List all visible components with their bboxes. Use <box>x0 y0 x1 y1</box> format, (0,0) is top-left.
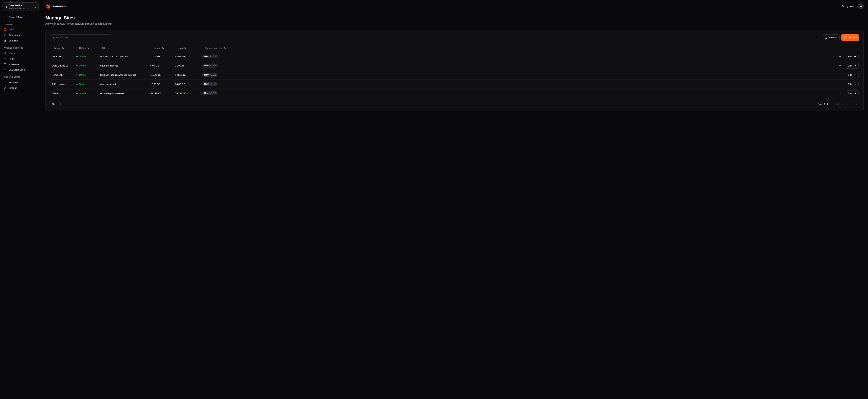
row-menu-button[interactable] <box>838 63 843 68</box>
page-size-select[interactable]: 20 <box>50 101 61 107</box>
edit-label: Edit <box>848 83 852 85</box>
arrow-right-icon <box>854 73 856 76</box>
edit-button[interactable]: Edit <box>846 81 859 87</box>
roles-icon <box>4 57 7 60</box>
add-site-button[interactable]: Add Site <box>841 34 859 41</box>
online-dot-icon <box>76 56 78 57</box>
key-icon <box>4 81 7 84</box>
first-page-button[interactable] <box>834 101 840 107</box>
edit-button[interactable]: Edit <box>846 90 859 96</box>
edit-button[interactable]: Edit <box>846 54 859 59</box>
row-menu-button[interactable] <box>838 82 843 87</box>
ellipsis-icon <box>839 55 842 58</box>
organization-icon <box>4 5 7 8</box>
chevron-right-icon <box>849 103 851 105</box>
online-dot-icon <box>76 74 78 75</box>
next-page-button[interactable] <box>847 101 853 107</box>
row-actions: Edit <box>825 63 859 69</box>
edit-label: Edit <box>848 73 852 76</box>
edit-button[interactable]: Edit <box>846 63 859 69</box>
connection-type-badge: Newt v1.3.2 <box>202 55 218 58</box>
row-menu-button[interactable] <box>838 54 843 59</box>
theme-toggle-button[interactable]: System <box>841 5 854 8</box>
table-row: Home Lab Online dead-san-joaquin-antelop… <box>50 70 859 80</box>
column-label: Name <box>54 47 61 49</box>
sidebar-item-server-admin[interactable]: Server Admin <box>2 14 38 20</box>
column-header-connection-type[interactable]: Connection Type <box>200 47 825 49</box>
last-page-button[interactable] <box>854 101 859 107</box>
sidebar-item-shareable-links[interactable]: Shareable Links <box>2 67 38 72</box>
connection-type-badge: Newt v1.3.2 <box>202 73 218 77</box>
row-actions: Edit <box>825 90 859 96</box>
row-menu-button[interactable] <box>838 72 843 77</box>
data-in-value: 30.12 MB <box>148 55 173 58</box>
column-header-data-out[interactable]: Data Out <box>173 47 200 49</box>
page-subtitle: Allow connectivity to your network throu… <box>45 22 864 25</box>
column-header-data-in[interactable]: Data In <box>148 47 173 49</box>
edit-label: Edit <box>848 92 852 95</box>
sidebar-item-label: Settings <box>8 87 17 89</box>
nav-section-title-general: GENERAL <box>2 20 38 27</box>
column-header-site[interactable]: Site <box>97 47 148 49</box>
data-out-value: 3.20 MB <box>173 64 200 67</box>
sort-icon <box>224 47 226 49</box>
refresh-button[interactable]: Refresh <box>822 34 840 41</box>
edit-label: Edit <box>848 64 852 67</box>
connection-type-badge: Newt v1.3.2 <box>202 91 218 95</box>
column-label: Data In <box>153 47 161 49</box>
nav-section-title-organization: ORGANIZATION <box>2 72 38 80</box>
org-picker-texts: Organization milo@fossorial.io's ... <box>9 4 33 9</box>
resources-icon <box>4 34 7 36</box>
previous-page-button[interactable] <box>841 101 846 107</box>
sidebar-item-label: Sites <box>8 28 14 31</box>
sort-icon <box>107 47 110 49</box>
online-dot-icon <box>76 84 78 85</box>
sidebar-scrollbar[interactable] <box>41 72 41 78</box>
gear-icon <box>4 87 7 89</box>
client-version: v1.3.2 <box>210 83 216 85</box>
user-icon <box>4 52 7 55</box>
site-name: Edge Device 01 <box>50 64 74 67</box>
toolbar-actions: Refresh Add Site <box>822 34 859 41</box>
sidebar-nav: Server Admin GENERAL Sites Resources Dom… <box>0 14 41 91</box>
mail-icon <box>4 63 7 66</box>
data-in-value: 534.98 GB <box>148 92 173 95</box>
edit-button[interactable]: Edit <box>846 72 859 78</box>
sites-toolbar: Refresh Add Site <box>50 34 859 41</box>
site-name: Office <box>50 92 74 95</box>
chevron-down-icon <box>56 103 58 105</box>
sidebar-item-resources[interactable]: Resources <box>2 32 38 38</box>
row-menu-button[interactable] <box>838 91 843 96</box>
sidebar-item-api-keys[interactable]: API Keys <box>2 80 38 85</box>
data-in-value: 112.42 GB <box>148 73 173 76</box>
data-in-value: 5.00 MB <box>148 64 173 67</box>
edit-label: Edit <box>848 55 852 58</box>
sidebar-item-label: Roles <box>8 58 14 60</box>
pangolin-logo-icon <box>45 3 51 9</box>
site-status: Online <box>74 55 97 58</box>
avatar[interactable]: M <box>858 3 864 9</box>
arrow-right-icon <box>854 55 856 58</box>
client-version: v1.3.2 <box>210 64 216 67</box>
sidebar-item-settings[interactable]: Settings <box>2 85 38 91</box>
sidebar: Organization milo@fossorial.io's ... Ser… <box>0 0 41 399</box>
sidebar-item-sites[interactable]: Sites <box>2 27 38 32</box>
arrow-right-icon <box>854 64 856 67</box>
search-input[interactable] <box>50 34 111 41</box>
connection-type-cell: Newt v1.3.2 <box>200 55 825 58</box>
sidebar-item-invitations[interactable]: Invitations <box>2 61 38 67</box>
row-actions: Edit <box>825 72 859 78</box>
site-name: Home Lab <box>50 73 74 76</box>
org-picker[interactable]: Organization milo@fossorial.io's ... <box>2 2 38 11</box>
sidebar-item-domains[interactable]: Domains <box>2 38 38 43</box>
data-in-value: 12.65 GB <box>148 83 173 85</box>
refresh-label: Refresh <box>829 36 837 39</box>
refresh-icon <box>825 36 827 39</box>
column-header-name[interactable]: Name <box>50 47 74 49</box>
arrow-right-icon <box>854 83 856 85</box>
column-header-online[interactable]: Online <box>74 47 97 49</box>
sidebar-item-roles[interactable]: Roles <box>2 56 38 61</box>
globe-icon <box>4 39 7 42</box>
data-out-value: 34.80 GB <box>173 83 200 85</box>
sidebar-item-users[interactable]: Users <box>2 50 38 56</box>
